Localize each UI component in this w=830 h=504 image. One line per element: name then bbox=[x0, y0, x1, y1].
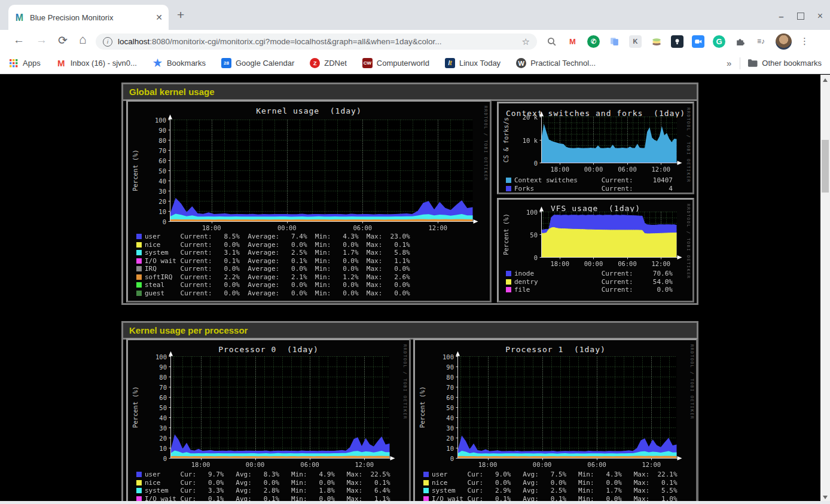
monitorix-page: Global kernel usage Kernel usage per pro… bbox=[0, 75, 830, 504]
url-text[interactable]: localhost:8080/monitorix-cgi/monitorix.c… bbox=[118, 37, 517, 46]
tab-close-icon[interactable]: ✕ bbox=[155, 13, 163, 22]
bookmark-label: Bookmarks bbox=[167, 59, 206, 68]
x-tick-label: 00:00 bbox=[529, 461, 556, 468]
y-tick-label: 0 bbox=[517, 160, 538, 167]
back-icon[interactable]: ← bbox=[13, 33, 25, 47]
gray-badge-extension-icon[interactable]: K bbox=[629, 35, 642, 48]
site-info-icon[interactable]: i bbox=[103, 37, 112, 47]
chart-ylabel: Percent (%) bbox=[132, 149, 139, 191]
bookmark-item[interactable]: ZZDNet bbox=[310, 58, 347, 68]
new-tab-button[interactable]: + bbox=[177, 9, 184, 21]
chart-canvas-proc0[interactable] bbox=[167, 350, 398, 462]
section-title: Kernel usage per processor bbox=[123, 323, 697, 340]
legend-swatch bbox=[136, 274, 142, 280]
chart-canvas-cs[interactable] bbox=[538, 111, 685, 166]
x-tick-label: 00:00 bbox=[580, 260, 606, 267]
copy-pages-extension-icon[interactable] bbox=[608, 35, 621, 48]
y-tick-label: 80 bbox=[147, 374, 167, 381]
legend-row-file: file Current: 0.0% bbox=[506, 286, 673, 294]
bookmark-label: Apps bbox=[23, 59, 41, 68]
legend-row-user: user Cur: 9.0% Avg: 7.5% Min: 4.3% Max: … bbox=[423, 471, 678, 478]
y-tick-label: 20 bbox=[146, 198, 166, 205]
y-tick-label: 20 bbox=[147, 435, 167, 442]
forward-icon[interactable]: → bbox=[36, 33, 47, 47]
menu-kebab-icon[interactable]: ⋮ bbox=[800, 36, 809, 47]
chart-canvas-vfs[interactable] bbox=[538, 206, 685, 261]
rrdtool-watermark: RRDTOOL / TOBI OETIKER bbox=[402, 344, 407, 420]
lamp-extension-icon[interactable] bbox=[671, 35, 683, 48]
legend-text: nice Cur: 0.0% Avg: 0.0% Min: 0.0% Max: … bbox=[432, 479, 678, 487]
minimize-button[interactable]: – bbox=[779, 11, 783, 22]
folder-icon bbox=[747, 59, 758, 68]
legend-swatch bbox=[136, 282, 142, 288]
x-tick-label: 18:00 bbox=[547, 260, 573, 267]
profile-avatar[interactable] bbox=[776, 33, 792, 50]
legend-row-context-switches: Context switches Current: 10407 bbox=[506, 176, 673, 184]
extensions-row: M ✆ K G ≡♪ ⋮ bbox=[545, 32, 809, 51]
bookmark-item[interactable]: MInbox (16) - sjvn0... bbox=[56, 58, 137, 68]
reload-icon[interactable]: ⟳ bbox=[58, 33, 68, 47]
home-icon[interactable]: ⌂ bbox=[79, 32, 87, 47]
chart-canvas-proc1[interactable] bbox=[454, 350, 685, 462]
bookmark-item[interactable]: CWComputerworld bbox=[362, 58, 429, 68]
y-tick-label: 90 bbox=[146, 127, 166, 134]
scrollbar-down-icon[interactable] bbox=[823, 496, 828, 499]
chart-canvas-kernel[interactable] bbox=[166, 114, 481, 225]
graph-panel-kernel: Kernel usage (1day)Percent (%)RRDTOOL / … bbox=[126, 100, 492, 303]
lt-bookmark-icon: lt bbox=[445, 58, 455, 68]
rrdtool-watermark: RRDTOOL / TOBI OETIKER bbox=[686, 108, 691, 183]
legend-text: IRQ Current: 0.0% Average: 0.0% Min: 0.0… bbox=[145, 265, 410, 273]
x-tick-label: 06:00 bbox=[614, 166, 640, 173]
camera-extension-icon[interactable] bbox=[692, 35, 704, 48]
legend-row-system: system Cur: 3.3% Avg: 2.8% Min: 1.8% Max… bbox=[136, 487, 390, 494]
legend-row-inode: inode Current: 70.6% bbox=[506, 270, 673, 277]
legend-row-nice: nice Cur: 0.0% Avg: 0.0% Min: 0.0% Max: … bbox=[136, 479, 390, 487]
stack-extension-icon[interactable] bbox=[650, 35, 663, 48]
y-tick-label: 10 bbox=[146, 208, 166, 215]
legend-row-dentry: dentry Current: 54.0% bbox=[506, 278, 673, 286]
legend-text: user Cur: 9.0% Avg: 7.5% Min: 4.3% Max: … bbox=[432, 471, 678, 478]
close-button[interactable]: × bbox=[817, 11, 823, 22]
legend-row-softirq: softIRQ Current: 2.2% Average: 2.1% Min:… bbox=[136, 273, 410, 281]
page-scrollbar[interactable] bbox=[820, 75, 830, 504]
bookmark-item[interactable]: ltLinux Today bbox=[445, 58, 501, 68]
search-extension-icon[interactable] bbox=[545, 35, 558, 48]
cw-bookmark-icon: CW bbox=[362, 58, 373, 68]
svg-text:M: M bbox=[16, 13, 23, 23]
bookmark-item[interactable]: 28Google Calendar bbox=[221, 58, 294, 68]
scrollbar-up-icon[interactable] bbox=[823, 78, 828, 82]
wp-bookmark-icon: W bbox=[516, 58, 526, 68]
legend-swatch bbox=[136, 488, 142, 493]
section-title: Global kernel usage bbox=[123, 84, 697, 101]
bookmark-star-icon[interactable]: ☆ bbox=[522, 36, 530, 47]
y-tick-label: 40 bbox=[146, 178, 166, 185]
voice-extension-icon[interactable]: ✆ bbox=[587, 35, 600, 48]
media-playlist-icon[interactable]: ≡♪ bbox=[755, 35, 767, 48]
y-tick-label: 0 bbox=[517, 254, 538, 261]
bookmarks-overflow-icon[interactable]: » bbox=[727, 58, 731, 68]
y-tick-label: 80 bbox=[146, 137, 166, 144]
extensions-puzzle-icon[interactable] bbox=[734, 35, 746, 48]
legend-row-user: user Cur: 9.7% Avg: 8.3% Min: 4.9% Max: … bbox=[136, 471, 390, 478]
address-bar[interactable]: i localhost:8080/monitorix-cgi/monitorix… bbox=[96, 33, 537, 50]
y-tick-label: 0 bbox=[147, 455, 167, 462]
y-tick-label: 100 bbox=[517, 209, 538, 216]
legend-swatch bbox=[423, 480, 429, 485]
bookmarks-bar: AppsMInbox (16) - sjvn0...★Bookmarks28Go… bbox=[0, 53, 830, 74]
bookmark-item[interactable]: Apps bbox=[8, 58, 41, 68]
chart-ylabel: Percent (%) bbox=[132, 386, 139, 428]
apps-bookmark-icon bbox=[8, 58, 19, 68]
bookmark-item[interactable]: ★Bookmarks bbox=[152, 58, 206, 68]
bookmark-item[interactable]: WPractical Technol... bbox=[516, 58, 596, 68]
star-bookmark-icon: ★ bbox=[152, 58, 163, 68]
grammarly-extension-icon[interactable]: G bbox=[713, 35, 725, 48]
gmail-extension-icon[interactable]: M bbox=[566, 35, 579, 48]
maximize-button[interactable] bbox=[797, 13, 804, 20]
y-tick-label: 80 bbox=[434, 374, 454, 381]
browser-tab[interactable]: M Blue Precision Monitorix ✕ bbox=[8, 5, 169, 30]
legend-swatch bbox=[506, 287, 511, 292]
other-bookmarks-button[interactable]: Other bookmarks bbox=[747, 59, 822, 68]
scrollbar-thumb[interactable] bbox=[822, 140, 829, 193]
legend-text: Forks Current: 4 bbox=[514, 185, 673, 193]
tab-title: Blue Precision Monitorix bbox=[30, 13, 151, 22]
